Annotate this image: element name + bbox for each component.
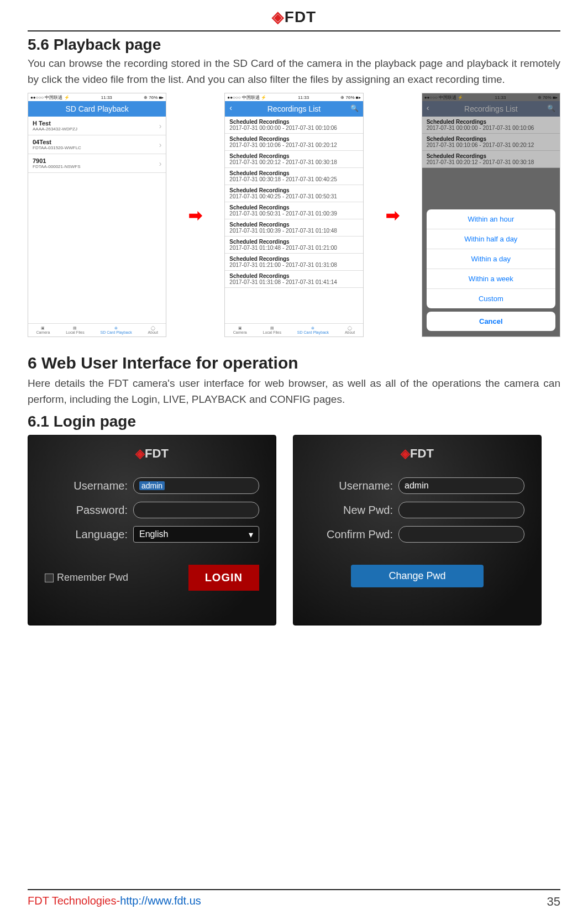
change-pwd-button[interactable]: Change Pwd bbox=[351, 565, 484, 587]
password-input[interactable] bbox=[133, 502, 259, 518]
recording-title: Scheduled Recordings bbox=[229, 273, 358, 279]
recording-time: 2017-07-31 01:10:48 - 2017-07-31 01:21:0… bbox=[229, 245, 358, 251]
login-panels-row: ◈FDT Username: admin Password: Language:… bbox=[28, 435, 560, 625]
recording-row[interactable]: Scheduled Recordings2017-07-31 01:31:08 … bbox=[225, 271, 363, 288]
chevron-right-icon: › bbox=[159, 122, 162, 130]
nav-bar: ‹ Recordings List 🔍 bbox=[225, 101, 363, 117]
chevron-right-icon: › bbox=[159, 140, 162, 149]
confirm-pwd-input[interactable] bbox=[398, 526, 524, 543]
action-sheet: Within an hour Within half a day Within … bbox=[427, 209, 555, 331]
recording-title: Scheduled Recordings bbox=[229, 204, 358, 211]
filter-option[interactable]: Custom bbox=[427, 289, 555, 308]
footer-url[interactable]: http://www.fdt.us bbox=[120, 895, 201, 907]
recording-time: 2017-07-31 00:10:06 - 2017-07-31 00:20:1… bbox=[229, 142, 358, 148]
section-5-6-text: You can browse the recording stored in t… bbox=[28, 56, 560, 87]
recording-time: 2017-07-31 00:50:31 - 2017-07-31 01:00:3… bbox=[229, 211, 358, 217]
recording-row[interactable]: Scheduled Recordings2017-07-31 00:50:31 … bbox=[225, 202, 363, 219]
filter-option[interactable]: Within a week bbox=[427, 269, 555, 289]
screenshot-filter-actionsheet: ●●○○○ 中国联通 ⚡ 11:33 ⊕ 76% ■▸ ‹ Recordings… bbox=[422, 93, 560, 337]
device-id: AAAA-263432-WDPZJ bbox=[33, 127, 77, 132]
device-name: 7901 bbox=[33, 157, 81, 164]
tab-about[interactable]: ◯About bbox=[148, 326, 158, 334]
login-panel: ◈FDT Username: admin Password: Language:… bbox=[28, 435, 276, 625]
logo-icon: ◈ bbox=[272, 8, 285, 25]
login-logo: ◈FDT bbox=[45, 446, 259, 461]
recording-title: Scheduled Recordings bbox=[229, 119, 358, 125]
recording-time: 2017-07-31 01:00:39 - 2017-07-31 01:10:4… bbox=[229, 228, 358, 234]
tab-sd-card-playback[interactable]: ⊛SD Card Playback bbox=[297, 326, 329, 334]
recording-time: 2017-07-31 00:40:25 - 2017-07-31 00:50:3… bbox=[229, 193, 358, 199]
password-label: Password: bbox=[45, 504, 133, 517]
carrier: ●●○○○ 中国联通 ⚡ bbox=[227, 94, 266, 101]
device-id: FDTAA-000021-NSWFS bbox=[33, 164, 81, 169]
screenshot-recordings-list: ●●○○○ 中国联通 ⚡ 11:33 ⊕ 76% ■▸ ‹ Recordings… bbox=[224, 93, 363, 337]
change-pwd-panel: ◈FDT Username: admin New Pwd: Confirm Pw… bbox=[293, 435, 542, 625]
recording-row[interactable]: Scheduled Recordings2017-07-31 01:21:00 … bbox=[225, 254, 363, 271]
logo-icon: ◈ bbox=[135, 446, 145, 460]
recording-title: Scheduled Recordings bbox=[229, 187, 358, 193]
recording-row[interactable]: Scheduled Recordings2017-07-31 00:10:06 … bbox=[225, 134, 363, 151]
chevron-down-icon: ▾ bbox=[249, 529, 253, 540]
recording-time: 2017-07-31 00:30:18 - 2017-07-31 00:40:2… bbox=[229, 176, 358, 182]
tab-about[interactable]: ◯About bbox=[345, 326, 355, 334]
device-row[interactable]: H Test AAAA-263432-WDPZJ › bbox=[28, 117, 166, 135]
tab-local-files[interactable]: ▤Local Files bbox=[66, 326, 84, 334]
nav-title: Recordings List bbox=[267, 104, 321, 113]
status-bar: ●●○○○ 中国联通 ⚡ 11:33 ⊕ 76% ■▸ bbox=[28, 93, 166, 101]
battery: ⊕ 76% ■▸ bbox=[144, 95, 164, 100]
nav-title: SD Card Playback bbox=[65, 104, 128, 113]
confirm-pwd-label: Confirm Pwd: bbox=[310, 528, 398, 541]
back-icon[interactable]: ‹ bbox=[229, 103, 232, 112]
tab-camera[interactable]: ▣Camera bbox=[36, 326, 50, 334]
language-select[interactable]: English ▾ bbox=[133, 526, 259, 543]
screenshots-row: ●●○○○ 中国联通 ⚡ 11:33 ⊕ 76% ■▸ SD Card Play… bbox=[28, 93, 560, 337]
remember-pwd-checkbox[interactable]: Remember Pwd bbox=[45, 572, 128, 583]
screenshot-sd-card-playback: ●●○○○ 中国联通 ⚡ 11:33 ⊕ 76% ■▸ SD Card Play… bbox=[28, 93, 166, 337]
status-bar: ●●○○○ 中国联通 ⚡ 11:33 ⊕ 76% ■▸ bbox=[225, 93, 363, 101]
action-sheet-options: Within an hour Within half a day Within … bbox=[427, 209, 555, 308]
username-label: Username: bbox=[45, 480, 133, 492]
device-row[interactable]: 7901 FDTAA-000021-NSWFS › bbox=[28, 154, 166, 173]
section-6-1-title: 6.1 Login page bbox=[28, 413, 560, 430]
battery: ⊕ 76% ■▸ bbox=[340, 95, 360, 100]
recording-title: Scheduled Recordings bbox=[229, 170, 358, 176]
recording-title: Scheduled Recordings bbox=[229, 256, 358, 262]
new-pwd-label: New Pwd: bbox=[310, 504, 398, 517]
recording-title: Scheduled Recordings bbox=[229, 136, 358, 142]
device-name: H Test bbox=[33, 120, 77, 127]
login-button[interactable]: LOGIN bbox=[188, 565, 259, 591]
tab-bar: ▣Camera ▤Local Files ⊛SD Card Playback ◯… bbox=[28, 323, 166, 337]
filter-option[interactable]: Within a day bbox=[427, 249, 555, 269]
section-6-title: 6 Web User Interface for operation bbox=[28, 354, 560, 372]
username-input[interactable]: admin bbox=[133, 477, 259, 494]
device-row[interactable]: 04Test FDTAA-031520-WWFLC › bbox=[28, 135, 166, 154]
cancel-button[interactable]: Cancel bbox=[427, 312, 555, 331]
new-pwd-input[interactable] bbox=[398, 502, 524, 518]
recording-row[interactable]: Scheduled Recordings2017-07-31 00:30:18 … bbox=[225, 168, 363, 185]
recording-row[interactable]: Scheduled Recordings2017-07-31 00:00:00 … bbox=[225, 117, 363, 134]
recording-time: 2017-07-31 01:31:08 - 2017-07-31 01:41:1… bbox=[229, 279, 358, 285]
tab-camera[interactable]: ▣Camera bbox=[233, 326, 247, 334]
username-input[interactable]: admin bbox=[398, 477, 524, 494]
tab-sd-card-playback[interactable]: ⊛SD Card Playback bbox=[101, 326, 132, 334]
recording-time: 2017-07-31 01:21:00 - 2017-07-31 01:31:0… bbox=[229, 262, 358, 268]
header-logo: ◈FDT bbox=[28, 0, 560, 30]
search-icon[interactable]: 🔍 bbox=[350, 104, 359, 112]
language-label: Language: bbox=[45, 528, 133, 541]
recording-row[interactable]: Scheduled Recordings2017-07-31 01:10:48 … bbox=[225, 236, 363, 254]
tab-local-files[interactable]: ▤Local Files bbox=[263, 326, 281, 334]
filter-option[interactable]: Within an hour bbox=[427, 209, 555, 229]
recording-row[interactable]: Scheduled Recordings2017-07-31 00:20:12 … bbox=[225, 151, 363, 168]
header-divider bbox=[28, 30, 560, 31]
device-name: 04Test bbox=[33, 139, 81, 145]
login-logo: ◈FDT bbox=[310, 446, 524, 461]
recording-row[interactable]: Scheduled Recordings2017-07-31 01:00:39 … bbox=[225, 219, 363, 236]
recording-time: 2017-07-31 00:00:00 - 2017-07-31 00:10:0… bbox=[229, 125, 358, 131]
checkbox-icon bbox=[45, 574, 54, 582]
chevron-right-icon: › bbox=[159, 159, 162, 168]
recording-title: Scheduled Recordings bbox=[229, 153, 358, 159]
section-5-6-title: 5.6 Playback page bbox=[28, 36, 560, 54]
filter-option[interactable]: Within half a day bbox=[427, 229, 555, 249]
recording-row[interactable]: Scheduled Recordings2017-07-31 00:40:25 … bbox=[225, 185, 363, 202]
tab-bar: ▣Camera ▤Local Files ⊛SD Card Playback ◯… bbox=[225, 323, 363, 337]
